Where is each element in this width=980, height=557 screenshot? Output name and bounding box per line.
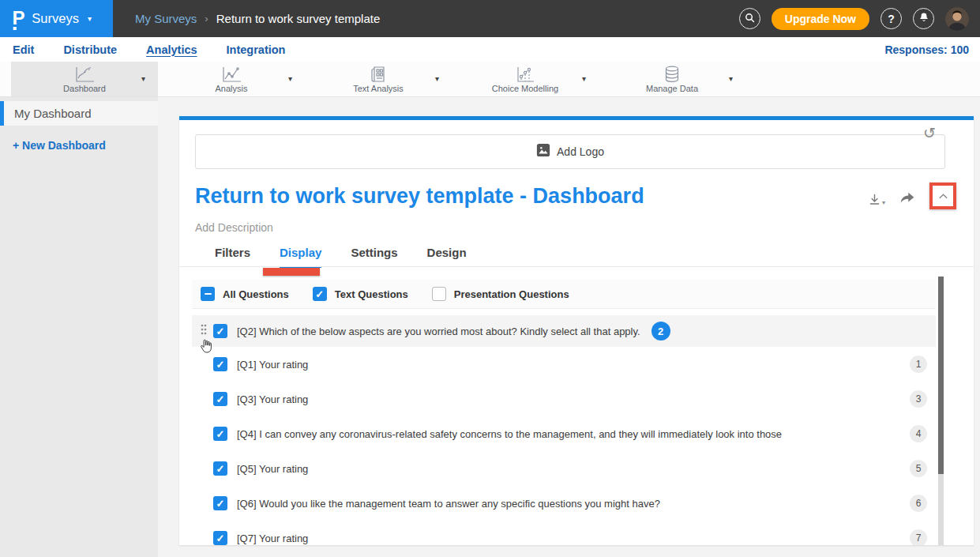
toolbar-item-analysis[interactable]: Analysis ▾ <box>158 62 305 96</box>
add-logo-label: Add Logo <box>557 145 604 158</box>
question-order-badge: 7 <box>910 529 927 545</box>
question-row-q6[interactable]: [Q6] Would you like the management team … <box>192 486 936 521</box>
toolbar-item-choice-modelling[interactable]: Choice Modelling ▾ <box>452 62 599 96</box>
breadcrumb: My Surveys › Return to work survey templ… <box>135 12 380 25</box>
question-row-q4[interactable]: [Q4] I can convey any coronavirus-relate… <box>192 416 936 451</box>
toolbar-label: Analysis <box>216 84 248 93</box>
toolbar-label: Dashboard <box>63 84 106 93</box>
page: P Surveys ▾ My Surveys › Return to work … <box>0 0 980 557</box>
chevron-down-icon: ▾ <box>88 14 92 23</box>
tab-settings[interactable]: Settings <box>351 246 397 268</box>
tab-display[interactable]: Display <box>280 246 321 268</box>
question-order-badge: 6 <box>910 495 927 512</box>
share-arrow-icon <box>899 191 915 205</box>
toolbar-label: Text Analysis <box>353 84 404 93</box>
filter-label: Text Questions <box>335 288 408 300</box>
upgrade-now-button[interactable]: Upgrade Now <box>772 8 869 30</box>
question-row-q5[interactable]: [Q5] Your rating 5 <box>192 451 936 486</box>
question-text: [Q3] Your rating <box>237 393 308 405</box>
notifications-button[interactable] <box>913 8 934 29</box>
dashboard-sidebar: My Dashboard + New Dashboard <box>0 97 158 557</box>
question-text: [Q4] I can convey any coronavirus-relate… <box>237 428 782 440</box>
top-header: P Surveys ▾ My Surveys › Return to work … <box>0 0 980 37</box>
reset-order-button[interactable] <box>923 126 936 141</box>
download-button[interactable]: ▾ <box>868 193 885 206</box>
collapse-panel-button[interactable] <box>929 183 956 209</box>
question-text: [Q1] Your rating <box>237 359 308 371</box>
database-icon <box>663 66 681 83</box>
nav-item-analytics[interactable]: Analytics <box>146 43 197 56</box>
toolbar-item-manage-data[interactable]: Manage Data ▾ <box>599 62 745 96</box>
toolbar-label: Choice Modelling <box>492 84 558 93</box>
main-content: Add Logo Return to work survey template … <box>158 97 980 557</box>
question-checkbox[interactable] <box>213 531 227 545</box>
question-filter-row: All Questions Text Questions Presentatio… <box>192 280 936 309</box>
tab-design[interactable]: Design <box>427 246 467 268</box>
filter-presentation-questions[interactable]: Presentation Questions <box>432 287 569 301</box>
question-row-q2[interactable]: [Q2] Which of the below aspects are you … <box>192 315 936 347</box>
breadcrumb-my-surveys[interactable]: My Surveys <box>135 12 197 25</box>
analysis-dropdown-caret-icon[interactable]: ▾ <box>288 74 292 83</box>
question-text: [Q5] Your rating <box>237 463 308 475</box>
chevron-up-icon <box>937 190 949 202</box>
search-icon <box>744 12 756 26</box>
settings-tabs: Filters Display Settings Design <box>215 246 467 268</box>
question-checkbox[interactable] <box>213 324 227 338</box>
responses-count: Responses: 100 <box>884 43 969 56</box>
dashboard-dropdown-caret-icon[interactable]: ▾ <box>141 74 145 83</box>
search-button[interactable] <box>739 8 760 29</box>
dot-chart-icon <box>516 66 535 83</box>
text-analysis-dropdown-caret-icon[interactable]: ▾ <box>435 74 439 83</box>
nav-item-distribute[interactable]: Distribute <box>63 43 117 56</box>
trend-chart-icon <box>221 66 242 83</box>
text-questions-checkbox[interactable] <box>313 287 327 301</box>
breadcrumb-separator-icon: › <box>205 13 208 24</box>
survey-nav: Edit Distribute Analytics Integration Re… <box>0 37 980 62</box>
question-row-q7[interactable]: [Q7] Your rating 7 <box>192 521 936 545</box>
tabs-divider <box>179 266 974 267</box>
toolbar-label: Manage Data <box>646 84 698 93</box>
download-caret-icon: ▾ <box>882 199 885 206</box>
new-dashboard-button[interactable]: + New Dashboard <box>13 139 158 152</box>
breadcrumb-current-survey: Return to work survey template <box>216 12 381 25</box>
question-order-badge: 3 <box>910 390 927 408</box>
share-button[interactable] <box>899 191 915 208</box>
presentation-questions-checkbox[interactable] <box>432 287 446 301</box>
nav-item-integration[interactable]: Integration <box>227 43 286 56</box>
add-logo-dropzone[interactable]: Add Logo <box>195 134 945 169</box>
toolbar-item-text-analysis[interactable]: Text Analysis ▾ <box>305 62 452 96</box>
display-tab-highlight <box>263 268 320 276</box>
manage-data-dropdown-caret-icon[interactable]: ▾ <box>729 74 733 83</box>
question-checkbox[interactable] <box>213 392 227 406</box>
filter-all-questions[interactable]: All Questions <box>201 287 289 301</box>
bell-icon <box>918 12 929 25</box>
question-row-q1[interactable]: [Q1] Your rating 1 <box>192 347 936 382</box>
toolbar-item-dashboard[interactable]: Dashboard ▾ <box>11 62 158 96</box>
question-order-badge: 4 <box>910 425 927 442</box>
question-row-q3[interactable]: [Q3] Your rating 3 <box>192 382 936 416</box>
sidebar-item-my-dashboard[interactable]: My Dashboard <box>0 101 158 126</box>
image-icon <box>536 143 550 160</box>
filter-text-questions[interactable]: Text Questions <box>313 287 408 301</box>
question-mark-icon: ? <box>888 13 895 25</box>
all-questions-checkbox[interactable] <box>201 287 215 301</box>
drag-handle-icon[interactable] <box>201 324 207 338</box>
question-checkbox[interactable] <box>213 461 227 476</box>
user-avatar[interactable] <box>945 7 969 31</box>
scrollbar-track[interactable] <box>938 474 944 545</box>
choice-modelling-dropdown-caret-icon[interactable]: ▾ <box>582 74 586 83</box>
dashboard-title[interactable]: Return to work survey template - Dashboa… <box>195 184 644 209</box>
question-checkbox[interactable] <box>213 427 227 441</box>
nav-item-edit[interactable]: Edit <box>13 43 34 56</box>
scrollbar-thumb[interactable] <box>938 277 944 474</box>
tab-filters[interactable]: Filters <box>215 246 250 268</box>
filter-label: All Questions <box>223 288 289 300</box>
question-checkbox[interactable] <box>213 496 227 510</box>
add-description-field[interactable]: Add Description <box>195 221 273 234</box>
help-button[interactable]: ? <box>880 8 902 29</box>
title-action-icons: ▾ <box>868 183 956 209</box>
product-switcher[interactable]: P Surveys ▾ <box>0 0 113 37</box>
download-icon <box>868 193 881 206</box>
question-checkbox[interactable] <box>213 357 227 371</box>
question-order-badge: 5 <box>910 460 927 477</box>
